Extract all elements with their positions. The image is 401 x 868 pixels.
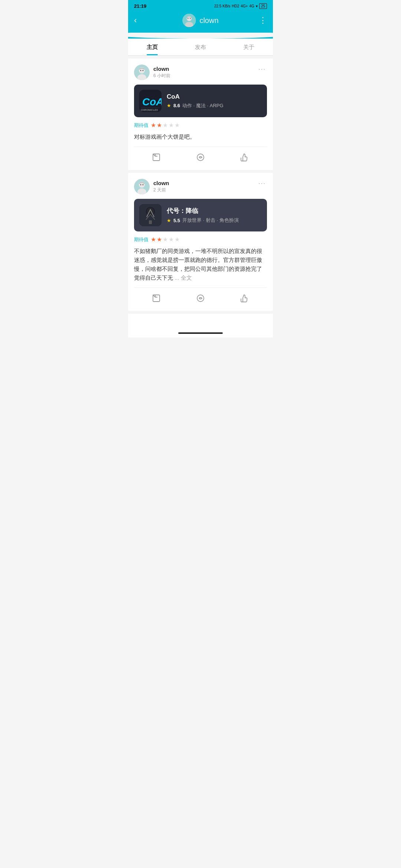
status-time: 21:19 <box>134 3 146 9</box>
home-indicator <box>178 332 223 334</box>
svg-text:CHRONICLES: CHRONICLES <box>141 109 158 111</box>
profile-tabs: 主页 发布 关于 <box>128 39 273 56</box>
game-icon-coa: CoA CHRONICLES <box>139 90 162 112</box>
like-icon-2 <box>240 294 249 305</box>
game-card-2[interactable]: 代号：降临 ★ 5.5 开放世界 · 射击 · 角色扮演 <box>134 199 267 231</box>
svg-point-22 <box>143 184 144 185</box>
star-icon-1: ★ <box>167 103 171 108</box>
svg-point-9 <box>140 70 141 71</box>
svg-text:CoA: CoA <box>142 96 162 108</box>
header-title-area: clown <box>182 14 218 27</box>
post-username-2: clown <box>153 180 169 186</box>
network-speed: 22.5 KB/s <box>214 4 230 8</box>
like-button-2[interactable] <box>233 292 257 307</box>
post-user-info-1: clown 6 小时前 <box>153 66 170 79</box>
post-card-1: clown 6 小时前 ⋯ CoA CHRONICLES CoA ★ 8.6 动… <box>128 59 273 173</box>
svg-point-21 <box>140 184 141 185</box>
post-text-2: 不如猪鹅厂的同类游戏，一堆不明所以的宣发真的很迷惑，感觉就是捞一票就跑的德行。官… <box>134 247 267 282</box>
star-icon-2: ★ <box>167 218 171 223</box>
comment-button-2[interactable] <box>189 292 212 307</box>
star-2-1: ★ <box>151 236 156 243</box>
post-card-2: clown 2 天前 ⋯ 代号：降临 ★ 5.5 开放世界 · 射击 · 角色扮… <box>128 173 273 314</box>
game-info-coa: CoA ★ 8.6 动作 · 魔法 · ARPG <box>167 93 224 109</box>
game-meta-coa: ★ 8.6 动作 · 魔法 · ARPG <box>167 102 224 109</box>
post-header-1: clown 6 小时前 ⋯ <box>134 65 267 80</box>
comment-icon-2 <box>196 294 205 305</box>
share-button-1[interactable] <box>144 151 168 166</box>
game-icon-jianglin <box>139 204 162 226</box>
star-1-3: ★ <box>163 122 168 129</box>
svg-point-5 <box>190 18 190 19</box>
svg-point-4 <box>188 18 188 19</box>
post-time-1: 6 小时前 <box>153 73 170 79</box>
stars-1: ★ ★ ★ ★ ★ <box>151 122 180 129</box>
post-user-info-2: clown 2 天前 <box>153 180 169 193</box>
header-avatar <box>182 14 196 27</box>
signal-4g: 4G <box>250 4 254 8</box>
stars-2: ★ ★ ★ ★ ★ <box>151 236 180 243</box>
game-info-jianglin: 代号：降临 ★ 5.5 开放世界 · 射击 · 角色扮演 <box>167 207 239 224</box>
game-card-1[interactable]: CoA CHRONICLES CoA ★ 8.6 动作 · 魔法 · ARPG <box>134 85 267 117</box>
post-avatar-2 <box>134 179 150 194</box>
star-2-3: ★ <box>163 236 168 243</box>
bottom-bar <box>128 329 273 338</box>
post-user-2: clown 2 天前 <box>134 179 169 194</box>
like-button-1[interactable] <box>233 151 257 166</box>
profile-header: ‹ clown ⋮ <box>128 12 273 33</box>
post-more-button-1[interactable]: ⋯ <box>257 65 267 73</box>
svg-rect-26 <box>149 220 152 224</box>
game-name-coa: CoA <box>167 93 224 101</box>
rating-section-2: 期待值 ★ ★ ★ ★ ★ <box>134 236 267 243</box>
wifi-icon: ▾ <box>256 4 258 8</box>
tab-posts[interactable]: 发布 <box>176 39 225 55</box>
star-1-4: ★ <box>169 122 174 129</box>
status-bar: 21:19 22.5 KB/s HD2 4G+ 4G ▾ 25 <box>128 0 273 12</box>
star-1-5: ★ <box>175 122 180 129</box>
game-tags-coa: 动作 · 魔法 · ARPG <box>182 102 224 109</box>
rating-label-1: 期待值 <box>134 122 149 129</box>
share-icon-2 <box>152 294 161 305</box>
star-2-5: ★ <box>175 236 180 243</box>
svg-point-17 <box>197 154 204 161</box>
game-name-jianglin: 代号：降临 <box>167 207 239 215</box>
post-user-1: clown 6 小时前 <box>134 65 170 80</box>
action-bar-1 <box>134 147 267 170</box>
status-icons: 22.5 KB/s HD2 4G+ 4G ▾ 25 <box>214 3 267 9</box>
post-more-button-2[interactable]: ⋯ <box>257 179 267 188</box>
rating-section-1: 期待值 ★ ★ ★ ★ ★ <box>134 122 267 129</box>
hd2-icon: HD2 <box>232 4 239 8</box>
back-button[interactable]: ‹ <box>134 16 137 25</box>
post-text-1: 对标游戏画个大饼是吧。 <box>134 132 267 141</box>
header-username: clown <box>199 16 218 25</box>
game-rating-jianglin: 5.5 <box>173 218 180 223</box>
post-username-1: clown <box>153 66 170 72</box>
star-2-2: ★ <box>157 236 162 243</box>
star-2-4: ★ <box>169 236 174 243</box>
game-rating-coa: 8.6 <box>173 103 180 108</box>
game-tags-jianglin: 开放世界 · 射击 · 角色扮演 <box>182 217 239 224</box>
battery-icon: 25 <box>259 3 267 9</box>
comment-icon-1 <box>196 153 205 164</box>
read-more-2[interactable]: ... 全文 <box>175 274 192 281</box>
like-icon-1 <box>240 153 249 164</box>
signal-4g-plus: 4G+ <box>241 4 248 8</box>
svg-point-10 <box>143 70 144 71</box>
rating-label-2: 期待值 <box>134 236 149 243</box>
star-1-1: ★ <box>151 122 156 129</box>
game-meta-jianglin: ★ 5.5 开放世界 · 射击 · 角色扮演 <box>167 217 239 224</box>
share-button-2[interactable] <box>144 292 168 307</box>
action-bar-2 <box>134 287 267 311</box>
post-time-2: 2 天前 <box>153 187 169 193</box>
comment-button-1[interactable] <box>189 151 212 166</box>
star-1-2: ★ <box>157 122 162 129</box>
post-avatar-1 <box>134 65 150 80</box>
share-icon-1 <box>152 153 161 164</box>
header-more-button[interactable]: ⋮ <box>259 16 267 25</box>
post-header-2: clown 2 天前 ⋯ <box>134 179 267 194</box>
tab-home[interactable]: 主页 <box>128 39 176 55</box>
svg-point-29 <box>197 295 204 302</box>
tab-about[interactable]: 关于 <box>225 39 273 55</box>
